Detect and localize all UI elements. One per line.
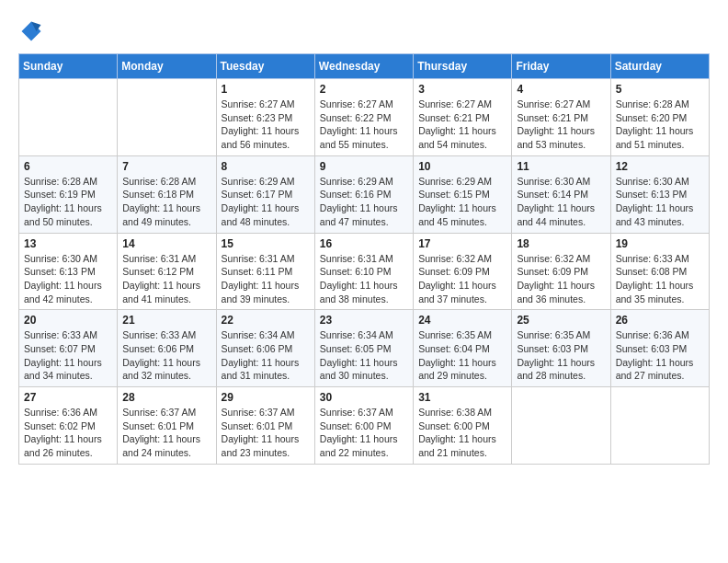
calendar-cell: 14Sunrise: 6:31 AM Sunset: 6:12 PM Dayli…: [118, 233, 216, 310]
calendar-week-row: 27Sunrise: 6:36 AM Sunset: 6:02 PM Dayli…: [19, 387, 710, 465]
day-number: 29: [222, 391, 310, 404]
calendar-table: SundayMondayTuesdayWednesdayThursdayFrid…: [18, 53, 710, 465]
day-number: 1: [222, 83, 310, 96]
day-number: 26: [616, 314, 704, 327]
day-info: Sunrise: 6:27 AM Sunset: 6:23 PM Dayligh…: [222, 98, 310, 152]
calendar-cell: 24Sunrise: 6:35 AM Sunset: 6:04 PM Dayli…: [414, 310, 512, 387]
day-info: Sunrise: 6:38 AM Sunset: 6:00 PM Dayligh…: [418, 406, 506, 460]
day-info: Sunrise: 6:32 AM Sunset: 6:09 PM Dayligh…: [418, 252, 506, 306]
day-number: 6: [24, 160, 112, 173]
day-number: 19: [616, 237, 704, 250]
calendar-cell: 2Sunrise: 6:27 AM Sunset: 6:22 PM Daylig…: [314, 79, 413, 156]
day-number: 4: [517, 83, 605, 96]
calendar-cell: 29Sunrise: 6:37 AM Sunset: 6:01 PM Dayli…: [216, 387, 314, 465]
day-info: Sunrise: 6:31 AM Sunset: 6:10 PM Dayligh…: [320, 252, 408, 306]
calendar-week-row: 1Sunrise: 6:27 AM Sunset: 6:23 PM Daylig…: [19, 79, 710, 156]
calendar-cell: 28Sunrise: 6:37 AM Sunset: 6:01 PM Dayli…: [118, 387, 216, 465]
logo-icon: [18, 18, 44, 44]
calendar-cell: 21Sunrise: 6:33 AM Sunset: 6:06 PM Dayli…: [118, 310, 216, 387]
day-info: Sunrise: 6:35 AM Sunset: 6:04 PM Dayligh…: [418, 328, 506, 383]
day-info: Sunrise: 6:30 AM Sunset: 6:13 PM Dayligh…: [616, 175, 704, 229]
calendar-cell: 1Sunrise: 6:27 AM Sunset: 6:23 PM Daylig…: [216, 79, 314, 156]
day-info: Sunrise: 6:37 AM Sunset: 6:01 PM Dayligh…: [122, 406, 210, 460]
day-number: 12: [616, 160, 704, 173]
calendar-week-row: 13Sunrise: 6:30 AM Sunset: 6:13 PM Dayli…: [19, 233, 710, 310]
calendar-cell: 18Sunrise: 6:32 AM Sunset: 6:09 PM Dayli…: [512, 233, 610, 310]
calendar-cell: [512, 387, 610, 465]
calendar-cell: 30Sunrise: 6:37 AM Sunset: 6:00 PM Dayli…: [314, 387, 413, 465]
calendar-cell: 16Sunrise: 6:31 AM Sunset: 6:10 PM Dayli…: [314, 233, 413, 310]
page-header: [18, 18, 710, 44]
calendar-cell: 23Sunrise: 6:34 AM Sunset: 6:05 PM Dayli…: [314, 310, 413, 387]
day-number: 15: [222, 237, 310, 250]
calendar-cell: [118, 79, 216, 156]
day-number: 18: [517, 237, 605, 250]
day-number: 31: [418, 391, 506, 404]
calendar-cell: 4Sunrise: 6:27 AM Sunset: 6:21 PM Daylig…: [512, 79, 610, 156]
day-info: Sunrise: 6:34 AM Sunset: 6:06 PM Dayligh…: [222, 328, 310, 383]
calendar-cell: 17Sunrise: 6:32 AM Sunset: 6:09 PM Dayli…: [414, 233, 512, 310]
calendar-cell: 6Sunrise: 6:28 AM Sunset: 6:19 PM Daylig…: [19, 155, 118, 233]
calendar-cell: 10Sunrise: 6:29 AM Sunset: 6:15 PM Dayli…: [414, 155, 512, 233]
day-number: 13: [24, 237, 112, 250]
day-number: 10: [418, 160, 506, 173]
day-header-tuesday: Tuesday: [216, 54, 314, 79]
day-info: Sunrise: 6:29 AM Sunset: 6:16 PM Dayligh…: [320, 175, 408, 229]
calendar-cell: [19, 79, 118, 156]
day-info: Sunrise: 6:29 AM Sunset: 6:17 PM Dayligh…: [222, 175, 310, 229]
day-number: 11: [517, 160, 605, 173]
day-header-saturday: Saturday: [610, 54, 709, 79]
day-header-monday: Monday: [118, 54, 216, 79]
calendar-cell: 15Sunrise: 6:31 AM Sunset: 6:11 PM Dayli…: [216, 233, 314, 310]
calendar-cell: 20Sunrise: 6:33 AM Sunset: 6:07 PM Dayli…: [19, 310, 118, 387]
day-info: Sunrise: 6:27 AM Sunset: 6:21 PM Dayligh…: [517, 98, 605, 152]
day-number: 22: [222, 314, 310, 327]
day-info: Sunrise: 6:33 AM Sunset: 6:07 PM Dayligh…: [24, 328, 112, 383]
calendar-week-row: 20Sunrise: 6:33 AM Sunset: 6:07 PM Dayli…: [19, 310, 710, 387]
day-number: 28: [122, 391, 210, 404]
calendar-header-row: SundayMondayTuesdayWednesdayThursdayFrid…: [19, 54, 710, 79]
day-number: 24: [418, 314, 506, 327]
day-number: 27: [24, 391, 112, 404]
day-number: 3: [418, 83, 506, 96]
calendar-cell: 12Sunrise: 6:30 AM Sunset: 6:13 PM Dayli…: [610, 155, 709, 233]
day-info: Sunrise: 6:37 AM Sunset: 6:00 PM Dayligh…: [320, 406, 408, 460]
calendar-cell: 11Sunrise: 6:30 AM Sunset: 6:14 PM Dayli…: [512, 155, 610, 233]
day-info: Sunrise: 6:33 AM Sunset: 6:06 PM Dayligh…: [122, 328, 210, 383]
day-number: 30: [320, 391, 408, 404]
calendar-cell: 13Sunrise: 6:30 AM Sunset: 6:13 PM Dayli…: [19, 233, 118, 310]
day-number: 23: [320, 314, 408, 327]
day-info: Sunrise: 6:30 AM Sunset: 6:14 PM Dayligh…: [517, 175, 605, 229]
day-info: Sunrise: 6:31 AM Sunset: 6:12 PM Dayligh…: [122, 252, 210, 306]
calendar-cell: 9Sunrise: 6:29 AM Sunset: 6:16 PM Daylig…: [314, 155, 413, 233]
day-number: 14: [122, 237, 210, 250]
day-number: 9: [320, 160, 408, 173]
day-info: Sunrise: 6:32 AM Sunset: 6:09 PM Dayligh…: [517, 252, 605, 306]
calendar-cell: 7Sunrise: 6:28 AM Sunset: 6:18 PM Daylig…: [118, 155, 216, 233]
logo: [18, 18, 48, 44]
calendar-cell: 25Sunrise: 6:35 AM Sunset: 6:03 PM Dayli…: [512, 310, 610, 387]
calendar-cell: [610, 387, 709, 465]
day-info: Sunrise: 6:28 AM Sunset: 6:19 PM Dayligh…: [24, 175, 112, 229]
day-info: Sunrise: 6:27 AM Sunset: 6:22 PM Dayligh…: [320, 98, 408, 152]
day-number: 8: [222, 160, 310, 173]
day-info: Sunrise: 6:27 AM Sunset: 6:21 PM Dayligh…: [418, 98, 506, 152]
calendar-cell: 19Sunrise: 6:33 AM Sunset: 6:08 PM Dayli…: [610, 233, 709, 310]
calendar-cell: 27Sunrise: 6:36 AM Sunset: 6:02 PM Dayli…: [19, 387, 118, 465]
day-number: 5: [616, 83, 704, 96]
day-header-friday: Friday: [512, 54, 610, 79]
calendar-week-row: 6Sunrise: 6:28 AM Sunset: 6:19 PM Daylig…: [19, 155, 710, 233]
day-info: Sunrise: 6:33 AM Sunset: 6:08 PM Dayligh…: [616, 252, 704, 306]
day-info: Sunrise: 6:36 AM Sunset: 6:02 PM Dayligh…: [24, 406, 112, 460]
calendar-cell: 22Sunrise: 6:34 AM Sunset: 6:06 PM Dayli…: [216, 310, 314, 387]
day-info: Sunrise: 6:37 AM Sunset: 6:01 PM Dayligh…: [222, 406, 310, 460]
day-number: 2: [320, 83, 408, 96]
day-info: Sunrise: 6:35 AM Sunset: 6:03 PM Dayligh…: [517, 328, 605, 383]
calendar-cell: 31Sunrise: 6:38 AM Sunset: 6:00 PM Dayli…: [414, 387, 512, 465]
day-number: 20: [24, 314, 112, 327]
day-info: Sunrise: 6:28 AM Sunset: 6:18 PM Dayligh…: [122, 175, 210, 229]
calendar-cell: 26Sunrise: 6:36 AM Sunset: 6:03 PM Dayli…: [610, 310, 709, 387]
day-info: Sunrise: 6:30 AM Sunset: 6:13 PM Dayligh…: [24, 252, 112, 306]
day-number: 7: [122, 160, 210, 173]
day-header-thursday: Thursday: [414, 54, 512, 79]
